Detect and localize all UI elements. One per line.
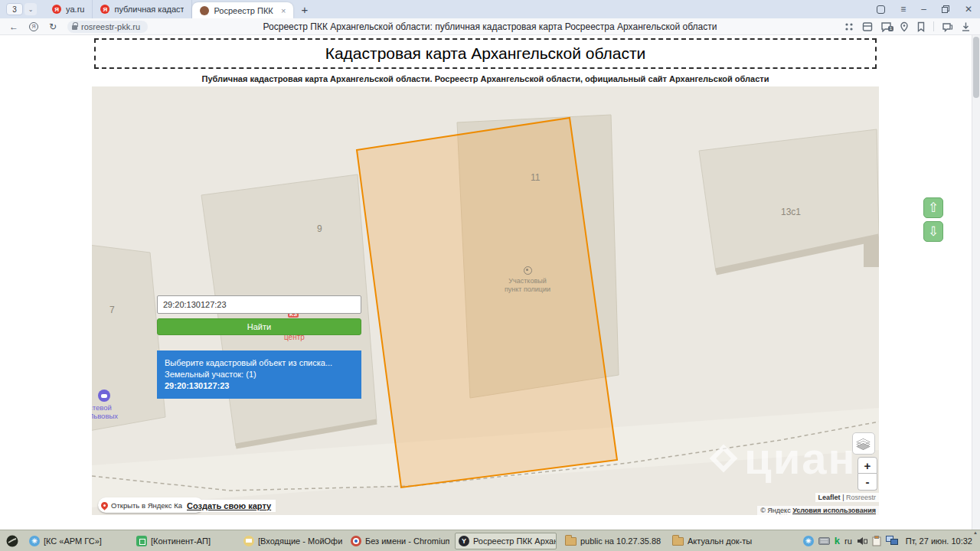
building-13s1-annex [864,240,879,267]
taskbar: ✳ [КС «АРМ ГС»] [Континент-АП] [Входящие… [0,530,980,551]
rosreestr-favicon-icon [200,6,209,15]
purple-poi-label-1: стевой [92,403,129,412]
taskbar-item-rosreestr-pkk-active[interactable]: Y Росреестр ПКК Архангел... [455,533,557,549]
purple-poi-icon [98,390,110,402]
yandex-favicon-icon: Я [100,5,109,14]
back-button[interactable]: ← [9,21,18,32]
cian-watermark-text: циан [744,432,857,484]
find-button[interactable]: Найти [157,318,361,335]
myoffice-mail-icon [243,536,254,546]
leaflet-link[interactable]: Leaflet [818,494,841,501]
yandex-pin-icon [100,500,109,510]
purple-poi-label-2: Львовых [92,412,129,420]
leaflet-attribution: Leaflet | Rosreestr [815,493,879,502]
chromium-gost-icon [351,536,361,546]
results-count: Земельный участок: (1) [165,369,354,380]
tray-ks-icon[interactable]: ✳ [803,536,814,546]
location-pin-icon[interactable] [900,21,909,32]
taskbar-item-ks-arm-gs[interactable]: ✳ [КС «АРМ ГС»] [26,533,128,549]
taskbar-item-actual-docs[interactable]: Актуальн док-ты [669,533,771,548]
tab-close-icon[interactable]: × [281,6,286,15]
cadastral-number-input[interactable] [157,295,361,314]
new-tab-button[interactable]: + [301,3,308,16]
tab-rosreestr-pkk-active[interactable]: Росреестр ПКК Арха × [192,2,293,18]
page-scrollbar[interactable] [972,35,980,530]
page-subtitle: Публичная кадастровая карта Архангельско… [94,74,877,83]
kaspersky-tray-icon[interactable]: k [835,535,840,546]
parcel-label-13s1: 13с1 [781,207,801,217]
clipboard-tray-icon[interactable] [872,536,881,546]
taskbar-clock[interactable]: Пт, 27 июн. 10:32 [906,536,972,546]
layers-button[interactable] [852,432,875,455]
create-your-map-link[interactable]: Создать свою карту [182,500,276,512]
keyboard-tray-icon[interactable] [818,537,830,545]
scroll-to-top-button[interactable]: ⇧ [923,197,943,218]
folder-icon [565,537,577,546]
results-prompt: Выберите кадастровый объект из списка... [165,357,354,369]
police-station-poi[interactable]: Участковый пункт полиции [498,266,557,294]
parcel-label-7: 7 [109,305,115,315]
tab-label: Росреестр ПКК Арха [214,6,275,15]
volume-tray-icon[interactable] [857,536,867,546]
tab-label: ya.ru [66,5,84,14]
yandex-dialogs-icon[interactable] [942,21,953,32]
police-poi-label-2: пункт полиции [498,285,557,294]
collections-icon[interactable] [862,21,873,32]
selected-parcel-29-20-130127-23[interactable] [357,118,617,487]
start-menu-button[interactable] [3,532,21,550]
page-content: Кадастровая карта Архангельской области … [0,35,980,530]
extensions-dots-icon[interactable] [844,21,854,32]
zoom-in-button[interactable]: + [858,457,877,474]
tab-list-chevron-icon[interactable]: ⌄ [24,3,37,15]
window-close-button[interactable]: ✕ [965,4,972,15]
bookmark-flag-icon[interactable] [916,21,926,32]
tab-counter[interactable]: 3 [6,3,23,15]
ks-arm-gs-icon: ✳ [29,536,40,546]
yandex-favicon-icon: Я [52,5,61,14]
network-monitors-tray-icon[interactable] [886,536,898,546]
page-header-box: Кадастровая карта Архангельской области [94,38,877,69]
browser-toolbar: ← Я ↻ rosreestr-pkk.ru Росреестр ПКК Арх… [0,18,980,35]
astra-start-icon [5,534,19,548]
lock-icon [72,25,77,30]
zoom-out-button[interactable]: - [858,474,877,491]
language-indicator[interactable]: ru [844,536,852,546]
yandex-browser-icon: Y [459,536,469,546]
cadastral-map[interactable]: 7 9 11 13с1 Участковый пункт полиции сте… [92,86,879,515]
window-restore-button[interactable] [942,5,949,13]
parcel-label-9: 9 [317,223,322,234]
kontinent-ap-icon [136,536,147,546]
cian-logo-icon [710,444,738,472]
browser-tab-strip: 3 ⌄ Я ya.ru Я публичная кадастров Росрее… [0,0,980,18]
browser-profile-icon[interactable] [877,5,885,14]
page-title: Кадастровая карта Архангельской области [325,44,646,63]
chat-icon[interactable]: 1 [880,21,892,32]
toolbar-divider [933,21,934,31]
scroll-to-bottom-button[interactable]: ⇩ [923,221,943,242]
building-13s1[interactable] [699,129,879,272]
downloads-icon[interactable] [961,21,971,32]
folder-icon [672,537,684,546]
police-poi-label-1: Участковый [498,277,557,285]
tab-ya-ru[interactable]: Я ya.ru [44,0,93,18]
taskbar-item-chromium-gost[interactable]: Без имени - Chromium-Gost [348,533,449,549]
browser-menu-icon[interactable]: ≡ [900,4,906,15]
search-panel: Найти Выберите кадастровый объект из спи… [157,295,361,399]
taskbar-item-kontinent-ap[interactable]: [Континент-АП] [133,533,235,549]
rosreestr-link[interactable]: Rosreestr [846,494,876,501]
taskbar-item-public-share[interactable]: public на 10.27.35.88 [562,533,664,548]
browser-home-icon[interactable]: Я [29,22,38,31]
parcel-label-11: 11 [531,172,540,183]
scrollbar-thumb[interactable] [973,37,979,98]
yandex-attribution: © Яндекс Условия использования [757,506,879,515]
window-minimize-button[interactable]: – [921,4,926,15]
tab-public-cadastral[interactable]: Я публичная кадастров [93,0,192,18]
police-poi-icon [524,266,532,275]
purple-poi[interactable]: стевой Львовых [92,390,129,420]
terms-of-use-link[interactable]: Условия использования [792,507,876,514]
refresh-button[interactable]: ↻ [49,21,57,32]
address-bar[interactable]: rosreestr-pkk.ru [67,21,148,33]
system-tray: ✳ k ru Пт, 27 июн. 10:32 [803,535,977,546]
taskbar-item-myoffice-inbox[interactable]: [Входящие - МойОфис П... [240,533,342,549]
results-selected-code[interactable]: 29:20:130127:23 [165,380,354,392]
